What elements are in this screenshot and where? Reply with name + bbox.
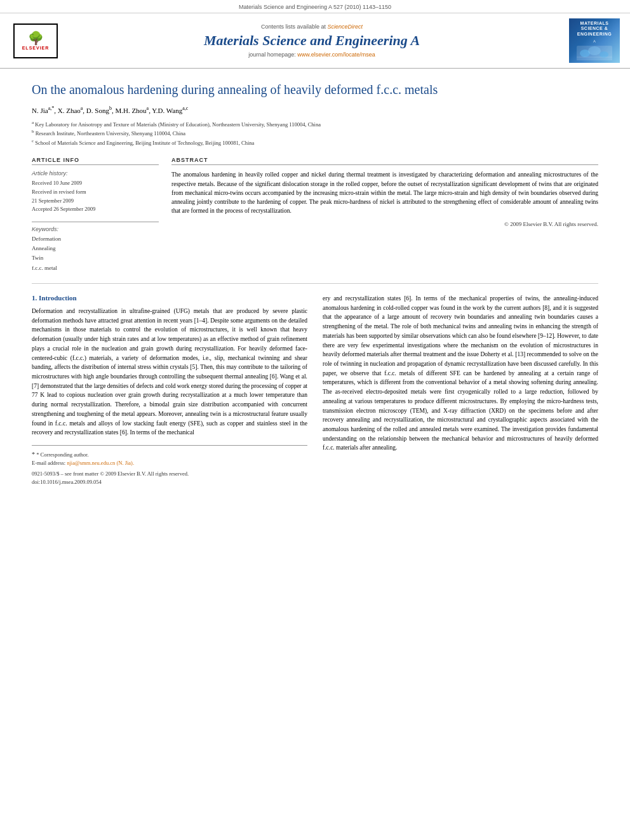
- abstract-column: ABSTRACT The anomalous hardening in heav…: [171, 157, 598, 273]
- svg-point-2: [588, 46, 601, 55]
- revised-label: Received in revised form: [32, 188, 159, 197]
- author-3: D. Songb: [86, 107, 112, 114]
- received-date: Received 10 June 2009: [32, 179, 159, 188]
- keywords-section: Keywords: Deformation Annealing Twin f.c…: [32, 222, 159, 273]
- author-1: N. Jiaa,*: [32, 107, 54, 114]
- keyword-1: Deformation: [32, 234, 159, 244]
- journal-image: MATERIALS SCIENCE & ENGINEERING A: [563, 18, 620, 63]
- sciencedirect-link[interactable]: ScienceDirect: [328, 23, 363, 30]
- revised-date: 21 September 2009: [32, 197, 159, 206]
- journal-cover-graphic: [575, 44, 613, 60]
- abstract-header: ABSTRACT: [171, 157, 598, 165]
- logo-tree-icon: 🌳: [28, 32, 44, 44]
- section-divider: [32, 283, 598, 284]
- journal-homepage: journal homepage: www.elsevier.com/locat…: [61, 51, 563, 58]
- journal-cover-image: MATERIALS SCIENCE & ENGINEERING A: [569, 18, 620, 63]
- affil-b: b Research Institute, Northeastern Unive…: [32, 128, 598, 138]
- footnote-email: E-mail address: njia@smm.neu.edu.cn (N. …: [32, 459, 307, 467]
- keywords-list: Deformation Annealing Twin f.c.c. metal: [32, 234, 159, 273]
- elsevier-label: ELSEVIER: [22, 46, 50, 50]
- history-label: Article history:: [32, 170, 159, 177]
- keyword-2: Annealing: [32, 244, 159, 253]
- article-info-header: ARTICLE INFO: [32, 157, 159, 165]
- elsevier-logo: 🌳 ELSEVIER: [10, 23, 61, 58]
- footnote-doi: doi:10.1016/j.msea.2009.09.054: [32, 478, 307, 486]
- section1-heading: 1. Introduction: [32, 294, 307, 302]
- body-section: 1. Introduction Deformation and recrysta…: [32, 294, 598, 486]
- citation-text: Materials Science and Engineering A 527 …: [239, 4, 391, 10]
- affiliations: a Key Laboratory for Anisotropy and Text…: [32, 119, 598, 147]
- svg-point-3: [600, 51, 608, 58]
- article-title: On the anomalous hardening during anneal…: [32, 81, 598, 98]
- keyword-3: Twin: [32, 253, 159, 263]
- author-2: X. Zhaoa: [58, 107, 83, 114]
- info-abstract-section: ARTICLE INFO Article history: Received 1…: [32, 157, 598, 273]
- authors-line: N. Jiaa,*, X. Zhaoa, D. Songb, M.H. Zhou…: [32, 105, 598, 114]
- affil-c: c School of Materials Science and Engine…: [32, 138, 598, 147]
- article-dates: Received 10 June 2009 Received in revise…: [32, 179, 159, 213]
- footnote-issn: 0921-5093/$ – see front matter © 2009 El…: [32, 470, 307, 478]
- footnote-section: * * Corresponding author. E-mail address…: [32, 445, 307, 486]
- journal-citation: Materials Science and Engineering A 527 …: [0, 0, 630, 13]
- intro-paragraph-1: Deformation and recrystallization in ult…: [32, 307, 307, 437]
- keyword-4: f.c.c. metal: [32, 263, 159, 273]
- homepage-link[interactable]: www.elsevier.com/locate/msea: [297, 51, 375, 58]
- body-col-left: 1. Introduction Deformation and recrysta…: [32, 294, 307, 486]
- journal-header: 🌳 ELSEVIER Contents lists available at S…: [0, 13, 630, 69]
- page-wrapper: Materials Science and Engineering A 527 …: [0, 0, 630, 498]
- journal-title: Materials Science and Engineering A: [61, 32, 563, 49]
- abstract-text: The anomalous hardening in heavily rolle…: [171, 170, 598, 215]
- journal-center: Contents lists available at ScienceDirec…: [61, 23, 563, 58]
- affil-a: a Key Laboratory for Anisotropy and Text…: [32, 119, 598, 129]
- copyright-notice: © 2009 Elsevier B.V. All rights reserved…: [171, 221, 598, 227]
- footnote-corresponding: * * Corresponding author.: [32, 450, 307, 459]
- main-content: On the anomalous hardening during anneal…: [0, 69, 630, 498]
- intro-paragraph-2: ery and recrystallization states [6]. In…: [323, 294, 598, 453]
- article-info-column: ARTICLE INFO Article history: Received 1…: [32, 157, 159, 273]
- author-5: Y.D. Wanga,c: [152, 107, 188, 114]
- keywords-label: Keywords:: [32, 226, 159, 232]
- sciencedirect-line: Contents lists available at ScienceDirec…: [61, 23, 563, 30]
- body-col-right: ery and recrystallization states [6]. In…: [323, 294, 598, 486]
- author-4: M.H. Zhoua: [115, 107, 149, 114]
- accepted-date: Accepted 26 September 2009: [32, 205, 159, 214]
- logo-box: 🌳 ELSEVIER: [13, 23, 58, 58]
